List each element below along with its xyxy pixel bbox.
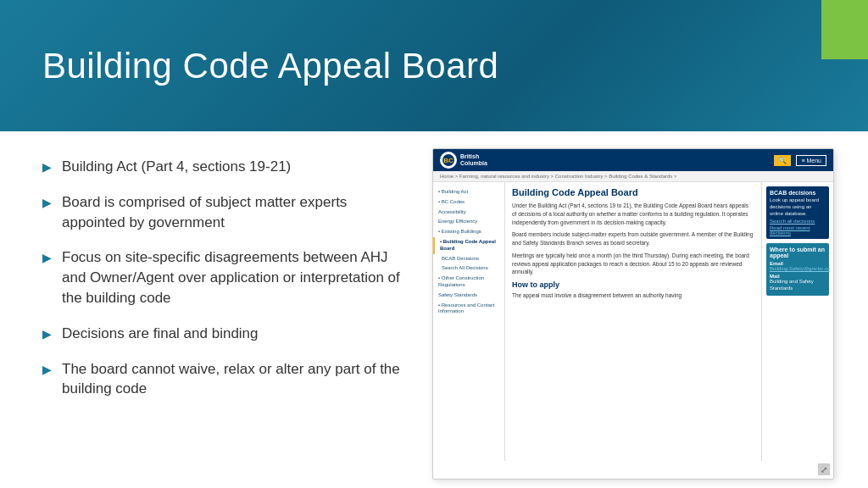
bullet-arrow-icon: ▶ [42,362,52,379]
bcab-decisions-box: BCAB decisions Look up appeal board deci… [766,186,829,239]
sidebar-item-energy[interactable]: Energy Efficiency [433,217,504,227]
bullet-text: Building Act (Part 4, sections 19-21) [62,157,407,177]
sidebar-item-search-decisions[interactable]: Search All Decisions [433,263,504,274]
expand-button[interactable]: ⤢ [818,463,830,475]
list-item: ▶ Board is comprised of subject matter e… [42,192,407,233]
bcab-box-text: Look up appeal board decisions using an … [770,197,826,217]
sidebar-item-building-act[interactable]: • Building Act [433,187,504,197]
search-button[interactable]: 🔍 [774,155,791,166]
sidebar-item-existing[interactable]: • Existing Buildings [433,227,504,237]
article-paragraph-4: The appeal must involve a disagreement b… [512,291,754,300]
article-paragraph-2: Board members include subject-matter exp… [512,230,754,247]
bullet-text: Decisions are final and binding [62,324,407,344]
sidebar-item-accessibility[interactable]: Accessibility [433,208,504,218]
bc-nav-bar: BC British Columbia 🔍 ≡ Menu [433,149,833,171]
bc-content: • Building Act • BC Codes Accessibility … [433,182,833,461]
where-box-title: Where to submit an appeal [770,247,826,258]
screenshot-panel: BC British Columbia 🔍 ≡ Menu Home > Farm… [432,148,834,480]
list-item: ▶ Focus on site-specific disagreements b… [42,247,407,308]
list-item: ▶ Decisions are final and binding [42,324,407,344]
mail-text: Building and Safety Standards [770,279,826,292]
main-content: ▶ Building Act (Part 4, sections 19-21) … [0,131,868,488]
bc-logo-text: British Columbia [460,153,487,166]
bc-logo-icon: BC [440,152,457,169]
sidebar-item-bcab[interactable]: • Building Code Appeal Board [433,237,504,254]
menu-button[interactable]: ≡ Menu [796,155,826,166]
bullet-text: Board is comprised of subject matter exp… [62,192,407,233]
breadcrumb: Home > Farming, natural resources and in… [433,171,833,182]
article-section-2-title: How to apply [512,280,754,289]
bc-right-sidebar: BCAB decisions Look up appeal board deci… [761,182,833,461]
bullet-arrow-icon: ▶ [42,326,52,343]
bullet-list: ▶ Building Act (Part 4, sections 19-21) … [42,148,407,480]
svg-text:BC: BC [443,157,453,164]
green-accent-decoration [821,0,868,59]
sidebar-item-bcab-decisions[interactable]: BCAB Decisions [433,254,504,264]
article-title: Building Code Appeal Board [512,187,754,197]
sidebar-item-bc-codes[interactable]: • BC Codes [433,197,504,208]
article-paragraph-1: Under the Building Act (Part 4, sections… [512,202,754,226]
email-link[interactable]: Building.Safety@gov.bc.ca [770,266,830,271]
bullet-text: Focus on site-specific disagreements bet… [62,247,407,308]
where-to-submit-box: Where to submit an appeal Email Building… [766,243,829,296]
bullet-arrow-icon: ▶ [42,250,52,267]
bullet-arrow-icon: ▶ [42,195,52,212]
search-all-decisions-link[interactable]: Search all decisions [770,219,826,224]
sidebar-item-other-construction[interactable]: • Other Construction Regulations [433,274,504,291]
bc-logo: BC British Columbia [440,152,487,169]
bcab-box-title: BCAB decisions [770,190,826,196]
list-item: ▶ The board cannot waive, relax or alter… [42,359,407,400]
header: Building Code Appeal Board [0,0,868,131]
article-paragraph-3: Meetings are typically held once a month… [512,252,754,276]
page-title: Building Code Appeal Board [42,46,498,86]
bc-article: Building Code Appeal Board Under the Bui… [505,182,761,461]
bullet-text: The board cannot waive, relax or alter a… [62,359,407,400]
bullet-arrow-icon: ▶ [42,159,52,176]
recent-decisions-link[interactable]: Read most recent decisions [770,225,826,236]
sidebar-item-safety[interactable]: Safety Standards [433,291,504,301]
list-item: ▶ Building Act (Part 4, sections 19-21) [42,157,407,177]
bc-sidebar: • Building Act • BC Codes Accessibility … [433,182,505,461]
sidebar-item-resources[interactable]: • Resources and Contact Information [433,301,504,318]
